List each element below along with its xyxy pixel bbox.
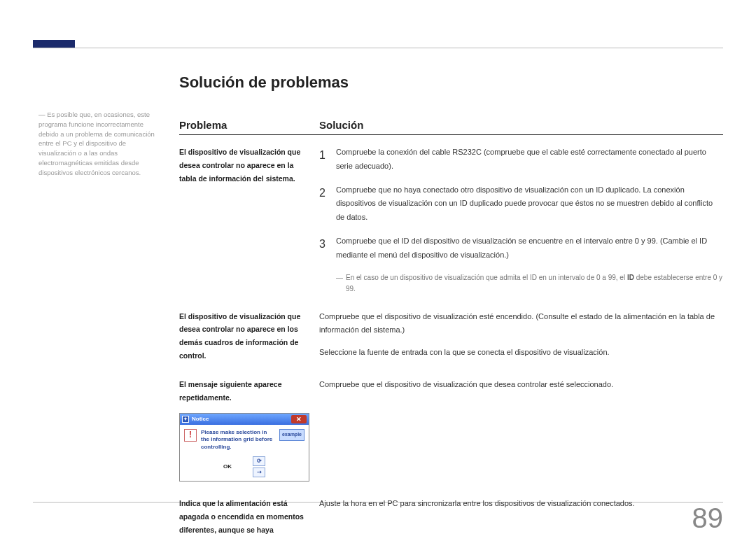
dialog-titlebar: ✦ Notice ✕: [180, 414, 309, 425]
problem-cell: Indica que la alimentación está apagada …: [179, 497, 319, 534]
table-row: El dispositivo de visualización que dese…: [179, 146, 723, 295]
subnote-body: En el caso de un dispositivo de visualiz…: [346, 272, 723, 295]
dialog-side: example: [279, 429, 304, 442]
app-icon: ✦: [182, 416, 189, 423]
subnote-pre: En el caso de un dispositivo de visualiz…: [346, 274, 627, 281]
dialog-title: Notice: [192, 414, 209, 424]
solution-line: Compruebe que el dispositivo de visualiz…: [319, 378, 723, 392]
item-text: Compruebe que no haya conectado otro dis…: [336, 183, 723, 225]
document-page: 89 Solución de problemas ― Es posible qu…: [0, 0, 756, 534]
close-icon: ✕: [291, 415, 307, 423]
table-row: El mensaje siguiente aparece repetidamen…: [179, 378, 723, 482]
header-problem: Problema: [179, 119, 319, 131]
content-area: Problema Solución El dispositivo de visu…: [179, 119, 723, 534]
dialog-message: Please make selection in the information…: [201, 429, 276, 451]
table-row: Indica que la alimentación está apagada …: [179, 497, 723, 534]
problem-text: El dispositivo de visualización que dese…: [179, 310, 309, 363]
nav-icon: ⟳: [253, 456, 265, 466]
solution-cell: 1 Compruebe la conexión del cable RS232C…: [319, 146, 723, 295]
nav-icon: ⇢: [253, 468, 265, 477]
list-item: 3 Compruebe que el ID del dispositivo de…: [319, 234, 723, 262]
solution-line: Seleccione la fuente de entrada con la q…: [319, 346, 723, 360]
problem-text: El mensaje siguiente aparece repetidamen…: [179, 378, 309, 405]
list-item: 2 Compruebe que no haya conectado otro d…: [319, 183, 723, 225]
sidenote-dash: ―: [38, 111, 46, 118]
problem-text: Indica que la alimentación está apagada …: [179, 499, 304, 534]
item-text: Compruebe que el ID del dispositivo de v…: [336, 234, 723, 262]
problem-cell: El dispositivo de visualización que dese…: [179, 310, 319, 363]
solution-line: Ajuste la hora en el PC para sincronizar…: [319, 497, 723, 511]
top-rule: [33, 48, 723, 48]
subnote-bold: ID: [627, 274, 634, 281]
problem-text: El dispositivo de visualización que dese…: [179, 146, 309, 185]
solution-cell: Compruebe que el dispositivo de visualiz…: [319, 378, 723, 482]
ok-button: OK: [223, 462, 232, 472]
solution-cell: Compruebe que el dispositivo de visualiz…: [319, 310, 723, 363]
sidenote-text: Es posible que, en ocasiones, este progr…: [38, 111, 155, 176]
dialog-screenshot: ✦ Notice ✕ ! Please make selection in th…: [179, 413, 309, 482]
problem-cell: El mensaje siguiente aparece repetidamen…: [179, 378, 319, 482]
table-header: Problema Solución: [179, 119, 723, 135]
problem-cell: El dispositivo de visualización que dese…: [179, 146, 319, 295]
warning-icon: !: [184, 429, 197, 442]
subnote-dash: ―: [336, 272, 343, 295]
item-number: 1: [319, 146, 336, 174]
dialog-body: ! Please make selection in the informati…: [180, 425, 309, 455]
page-title: Solución de problemas: [179, 73, 349, 92]
side-note: ― Es posible que, en ocasiones, este pro…: [38, 110, 161, 177]
dialog-footer: OK ⟳ ⇢: [180, 455, 309, 481]
header-solution: Solución: [319, 119, 363, 131]
item-number: 3: [319, 234, 336, 262]
item-number: 2: [319, 183, 336, 225]
table-row: El dispositivo de visualización que dese…: [179, 310, 723, 363]
solution-cell: Ajuste la hora en el PC para sincronizar…: [319, 497, 723, 534]
example-tag: example: [279, 429, 304, 441]
list-item: 1 Compruebe la conexión del cable RS232C…: [319, 146, 723, 174]
item-text: Compruebe la conexión del cable RS232C (…: [336, 146, 723, 174]
solution-line: Compruebe que el dispositivo de visualiz…: [319, 310, 723, 338]
sub-note: ― En el caso de un dispositivo de visual…: [336, 272, 723, 295]
